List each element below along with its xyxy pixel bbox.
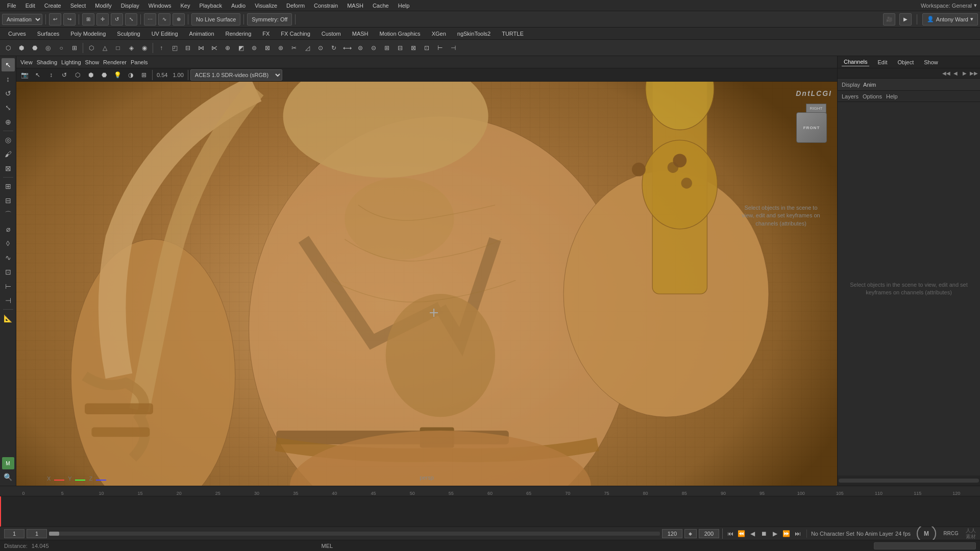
vp-grid-icon[interactable]: ⊞ xyxy=(138,69,150,81)
symmetry-btn[interactable]: Symmetry: Off xyxy=(247,13,292,26)
wave-btn[interactable]: ⊢ xyxy=(2,280,15,293)
scale-tool-btn[interactable]: ⤡ xyxy=(2,101,15,114)
module-turtle[interactable]: TURTLE xyxy=(497,30,529,38)
transform-btn[interactable]: ⊞ xyxy=(82,13,94,26)
universal-tool-btn[interactable]: ⊕ xyxy=(2,115,15,129)
undo-btn[interactable]: ↩ xyxy=(49,13,61,26)
rotate-tool-btn[interactable]: ↺ xyxy=(2,87,15,100)
timeline-playhead[interactable] xyxy=(0,496,1,527)
paint-btn[interactable]: 🖌 xyxy=(2,147,15,161)
module-rendering[interactable]: Rendering xyxy=(220,30,257,38)
tab-channels[interactable]: Channels xyxy=(842,58,869,66)
tb-connect-icon[interactable]: ⊙ xyxy=(314,42,327,54)
subtab-help[interactable]: Help xyxy=(886,93,898,99)
flare-btn[interactable]: ◊ xyxy=(2,237,15,250)
cluster-btn[interactable]: ⊟ xyxy=(2,194,15,207)
module-surfaces[interactable]: Surfaces xyxy=(32,30,64,38)
tb-chamfer-icon[interactable]: ◿ xyxy=(301,42,313,54)
animation-mode-select[interactable]: Animation xyxy=(2,14,42,25)
snap-curve-btn[interactable]: ∿ xyxy=(158,13,170,26)
frame-slider-handle[interactable] xyxy=(49,532,59,536)
tb-fill-icon[interactable]: ◩ xyxy=(235,42,247,54)
nav-next[interactable]: ▶ xyxy=(961,69,969,78)
vp-move-icon[interactable]: ↕ xyxy=(45,69,57,81)
playback-end-input[interactable]: 200 xyxy=(699,529,719,538)
tb-target-icon[interactable]: ⊛ xyxy=(275,42,287,54)
frame-range-slider[interactable] xyxy=(49,532,660,536)
module-motion-graphics[interactable]: Motion Graphics xyxy=(375,30,426,38)
menu-windows[interactable]: Windows xyxy=(144,2,176,10)
tb-crease-icon[interactable]: ⊣ xyxy=(447,42,459,54)
tb-poly2-icon[interactable]: △ xyxy=(99,42,111,54)
panel-view[interactable]: View xyxy=(20,59,33,65)
module-fx[interactable]: FX xyxy=(257,30,275,38)
range-start-input[interactable]: 1 xyxy=(27,529,47,538)
panel-show[interactable]: Show xyxy=(85,59,100,65)
tb-combine-icon[interactable]: ⊞ xyxy=(381,42,393,54)
select-tool-btn[interactable]: ↖ xyxy=(2,58,15,71)
panel-renderer[interactable]: Renderer xyxy=(103,59,127,65)
module-curves[interactable]: Curves xyxy=(3,30,31,38)
tb-split-icon[interactable]: ⋉ xyxy=(208,42,220,54)
search-tool-btn[interactable]: 🔍 xyxy=(2,470,15,484)
menu-audio[interactable]: Audio xyxy=(227,2,250,10)
twist-btn[interactable]: ⌀ xyxy=(2,222,15,236)
menu-deform[interactable]: Deform xyxy=(282,2,309,10)
tab-object[interactable]: Object xyxy=(895,58,916,66)
tb-bridge-icon[interactable]: ⊟ xyxy=(182,42,194,54)
menu-help[interactable]: Help xyxy=(394,2,414,10)
vp-flat-icon[interactable]: ⬣ xyxy=(98,69,110,81)
color-space-select[interactable]: ACES 1.0 SDR-video (sRGB) xyxy=(190,69,282,81)
live-surface-btn[interactable]: No Live Surface xyxy=(191,13,240,26)
sculpt-btn[interactable]: ⊠ xyxy=(2,162,15,175)
current-frame-input[interactable]: 1 xyxy=(4,529,24,538)
tb-poly1-icon[interactable]: ⬡ xyxy=(85,42,97,54)
module-sculpting[interactable]: Sculpting xyxy=(112,30,145,38)
tb-curve1-icon[interactable]: ◈ xyxy=(125,42,137,54)
subtab-options[interactable]: Options xyxy=(863,93,882,99)
camera-btn[interactable]: 🎥 xyxy=(883,13,895,26)
main-viewport[interactable]: FRONT RIGHT Select objects in the scene … xyxy=(16,82,837,486)
tb-poly3-icon[interactable]: □ xyxy=(112,42,124,54)
redo-btn[interactable]: ↪ xyxy=(63,13,76,26)
bend-btn[interactable]: ⌒ xyxy=(2,208,15,221)
user-profile-btn[interactable]: 👤 Antony Ward ▾ xyxy=(922,13,978,26)
menu-playback[interactable]: Playback xyxy=(195,2,226,10)
tb-soft-icon[interactable]: ◎ xyxy=(42,42,54,54)
module-mash[interactable]: MASH xyxy=(347,30,374,38)
nav-cube-top[interactable]: RIGHT xyxy=(806,104,826,113)
range-end-input[interactable]: 120 xyxy=(662,529,682,538)
tb-spin-icon[interactable]: ↻ xyxy=(328,42,340,54)
scale-btn[interactable]: ⤡ xyxy=(125,13,137,26)
module-animation[interactable]: Animation xyxy=(184,30,219,38)
step-fwd-btn[interactable]: ⏩ xyxy=(782,529,791,538)
tb-flip-icon[interactable]: ⟷ xyxy=(341,42,353,54)
tb-boolean-icon[interactable]: ⊟ xyxy=(394,42,406,54)
tb-cut-icon[interactable]: ✂ xyxy=(288,42,300,54)
module-ngskin[interactable]: ngSkinTools2 xyxy=(452,30,496,38)
snap-grid-btn[interactable]: ⋯ xyxy=(144,13,156,26)
tb-comp-icon[interactable]: ⊞ xyxy=(68,42,81,54)
tb-mirror-icon[interactable]: ⊜ xyxy=(354,42,366,54)
subtab-layers[interactable]: Layers xyxy=(842,93,859,99)
tb-obj-icon[interactable]: ○ xyxy=(55,42,67,54)
measure-btn[interactable]: 📐 xyxy=(2,312,15,325)
vp-wire-icon[interactable]: ⬡ xyxy=(71,69,84,81)
snap-point-btn[interactable]: ⊕ xyxy=(173,13,185,26)
module-custom[interactable]: Custom xyxy=(316,30,346,38)
tb-paint-icon[interactable]: ⬣ xyxy=(29,42,41,54)
module-xgen[interactable]: XGen xyxy=(427,30,451,38)
tb-extrude-icon[interactable]: ↑ xyxy=(155,42,167,54)
nav-cube[interactable]: FRONT RIGHT xyxy=(796,112,827,143)
module-uv[interactable]: UV Editing xyxy=(146,30,183,38)
step-back-btn[interactable]: ⏪ xyxy=(737,529,746,538)
tb-select-icon[interactable]: ⬡ xyxy=(2,42,14,54)
goto-end-btn[interactable]: ⏭ xyxy=(793,529,802,538)
menu-file[interactable]: File xyxy=(3,2,20,10)
nav-prev[interactable]: ◀ xyxy=(951,69,960,78)
tb-insert-icon[interactable]: ⊕ xyxy=(222,42,234,54)
menu-key[interactable]: Key xyxy=(176,2,194,10)
wrinkle-btn[interactable]: ⊣ xyxy=(2,294,15,307)
tb-separate-icon[interactable]: ⊝ xyxy=(368,42,380,54)
rotate-btn[interactable]: ↺ xyxy=(111,13,123,26)
